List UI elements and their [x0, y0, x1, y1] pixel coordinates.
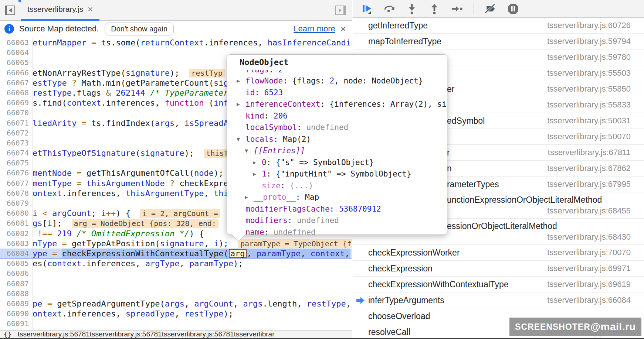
line-number[interactable]: 66088 [0, 289, 33, 299]
hide-navigator-icon[interactable] [4, 5, 16, 16]
line-number[interactable]: 66069 [0, 98, 33, 108]
status-file-links[interactable]: tsserverlibrary.js:56781tsserverlibrary.… [18, 330, 275, 338]
frame-location[interactable]: tsserverlibrary.js:55850 [547, 84, 631, 94]
line-number[interactable]: 66065 [0, 58, 33, 68]
stack-frame-current[interactable]: inferTypeArgumentstsserverlibrary.js:660… [353, 292, 644, 308]
frame-location[interactable]: tsserverlibrary.js:55833 [547, 100, 631, 110]
expand-right-icon[interactable]: ▶ [237, 75, 245, 87]
line-number[interactable]: 66086 [0, 268, 33, 278]
infobar-close-icon[interactable]: × [340, 24, 346, 34]
frame-location[interactable]: tsserverlibrary.js:59780 [547, 52, 631, 62]
expand-down-icon[interactable]: ▼ [237, 134, 245, 145]
line-number[interactable]: 66075 [0, 158, 33, 168]
step-into-icon[interactable] [406, 3, 418, 15]
frame-location[interactable]: tsserverlibrary.js:55503 [547, 68, 631, 78]
popover-property-row[interactable]: flags: 2 [231, 70, 447, 75]
popover-title: NodeObject [227, 55, 447, 70]
code-line: 66089pe = getSpreadArgumentType(args, ar… [0, 299, 352, 309]
popover-property-row[interactable]: modifiers: undefined [231, 215, 447, 227]
tab-tsserverlibrary[interactable]: tsserverlibrary.js × [21, 0, 99, 21]
stack-frame[interactable]: checkExpressionWorkertsserverlibrary.js:… [353, 245, 644, 261]
learn-more-link[interactable]: Learn more [294, 24, 335, 34]
dont-show-again-button[interactable]: Don't show again [105, 23, 174, 35]
line-number[interactable]: 66077 [0, 178, 33, 188]
expand-right-icon[interactable]: ▶ [245, 192, 254, 203]
frame-location[interactable]: tsserverlibrary.js:69971 [547, 264, 631, 273]
popover-property-row[interactable]: localSymbol: undefined [231, 122, 447, 134]
popover-property-row[interactable]: ▶inferenceContext: {inferences: Array(2)… [231, 99, 447, 110]
popover-property-row[interactable]: kind: 206 [231, 110, 447, 122]
line-number[interactable]: 66080 [0, 208, 33, 218]
line-number[interactable]: 66066 [0, 68, 33, 78]
popover-property-row[interactable]: ▶0: {"s" => SymbolObject} [231, 157, 447, 169]
line-number[interactable]: 66070 [0, 108, 33, 118]
tab-close-icon[interactable]: × [88, 5, 93, 14]
tab-label: tsserverlibrary.js [27, 5, 83, 14]
line-number[interactable]: 66064 [0, 48, 33, 58]
line-number[interactable]: 66071 [0, 118, 33, 128]
current-frame-arrow-icon [356, 297, 365, 304]
popover-property-row[interactable]: ▼locals: Map(2) [231, 134, 447, 145]
frame-location[interactable]: tsserverlibrary.js:70070 [547, 248, 631, 257]
popover-property-row[interactable]: ▶flowNode: {flags: 2, node: NodeObject} [231, 75, 447, 87]
line-number[interactable]: 66072 [0, 128, 33, 138]
watermark-text-1: SCREENSHOTER [515, 322, 590, 332]
expand-down-icon[interactable]: ▼ [245, 145, 254, 157]
popover-property-row[interactable]: name: undefined [231, 227, 447, 235]
step-out-icon[interactable] [428, 3, 440, 15]
popover-property-row[interactable]: modifierFlagsCache: 536870912 [231, 203, 447, 215]
frame-location[interactable]: tsserverlibrary.js:50031 [547, 116, 631, 126]
line-number[interactable]: 66081 [0, 218, 33, 228]
line-number[interactable]: 66073 [0, 138, 33, 148]
line-number[interactable]: 66079 [0, 198, 33, 208]
expand-right-icon[interactable]: ▶ [253, 157, 262, 169]
frame-location[interactable]: tsserverlibrary.js:67862 [547, 164, 631, 173]
expand-right-icon[interactable]: ▶ [253, 168, 262, 180]
stack-frame[interactable]: checkExpressionWithContextualTypetsserve… [353, 277, 644, 292]
pause-on-exceptions-icon[interactable] [507, 3, 519, 15]
code-line: 66063eturnMapper = ts.some(returnContext… [0, 38, 352, 48]
frame-location[interactable]: tsserverlibrary.js:67811 [548, 148, 631, 157]
line-number[interactable]: 66082 [0, 229, 33, 239]
line-number[interactable]: 66074 [0, 148, 33, 158]
popover-property-row[interactable]: ▶1: {"inputHint" => SymbolObject} [231, 168, 447, 180]
stack-frame[interactable]: mapToInferredTypetsserverlibrary.js:5979… [353, 34, 644, 49]
frame-location[interactable]: tsserverlibrary.js:60726 [547, 21, 631, 30]
file-tab-strip: tsserverlibrary.js × [0, 0, 352, 21]
stack-frame[interactable]: checkExpressiontsserverlibrary.js:69971 [353, 261, 644, 277]
frame-location[interactable]: tsserverlibrary.js:59794 [547, 37, 631, 46]
step-icon[interactable] [451, 3, 463, 15]
code-line: 66087 [0, 279, 352, 289]
frame-location[interactable]: tsserverlibrary.js:67995 [547, 179, 631, 189]
line-number[interactable]: 66085 [0, 258, 33, 268]
frame-location[interactable]: tsserverlibrary.js:66084 [547, 295, 631, 305]
stack-frame[interactable]: getInferredTypetsserverlibrary.js:60726 [353, 18, 644, 34]
hide-debugger-sidebar-icon[interactable] [334, 5, 347, 16]
resume-script-icon[interactable] [361, 3, 373, 15]
line-number[interactable]: 66089 [0, 299, 33, 309]
line-number[interactable]: 66078 [0, 188, 33, 198]
line-number[interactable]: 66067 [0, 78, 33, 88]
source-map-infobar: i Source Map detected. Don't show again … [0, 21, 352, 37]
line-number[interactable]: 66090 [0, 309, 33, 319]
line-number[interactable]: 66063 [0, 38, 33, 48]
deactivate-breakpoints-icon[interactable] [485, 3, 496, 15]
line-number[interactable]: 66087 [0, 279, 33, 289]
line-number[interactable]: 66068 [0, 88, 33, 98]
expand-right-icon[interactable]: ▶ [237, 99, 245, 110]
frame-location[interactable]: tsserverlibrary.js:50070 [547, 132, 631, 141]
line-number[interactable]: 66076 [0, 168, 33, 178]
popover-property-row[interactable]: ▶__proto__: Map [231, 192, 447, 203]
frame-location[interactable]: tsserverlibrary.js:69619 [547, 280, 631, 289]
popover-property-row[interactable]: ▼[[Entries]] [231, 145, 447, 157]
popover-property-row[interactable]: id: 6523 [231, 87, 447, 99]
hovered-arg-token[interactable]: arg [229, 249, 247, 258]
line-number[interactable]: 66091 [0, 319, 33, 329]
popover-property-row[interactable]: size: (...) [231, 180, 447, 192]
inline-value-hint: arg = NodeObject {pos: 328, end: [72, 219, 218, 228]
step-over-icon[interactable] [383, 3, 395, 15]
pretty-print-icon[interactable]: {} [4, 331, 12, 338]
line-number[interactable]: 66084 [0, 249, 33, 258]
line-number[interactable]: 66083 [0, 239, 33, 249]
frame-function-name: getInferredType [368, 21, 547, 31]
